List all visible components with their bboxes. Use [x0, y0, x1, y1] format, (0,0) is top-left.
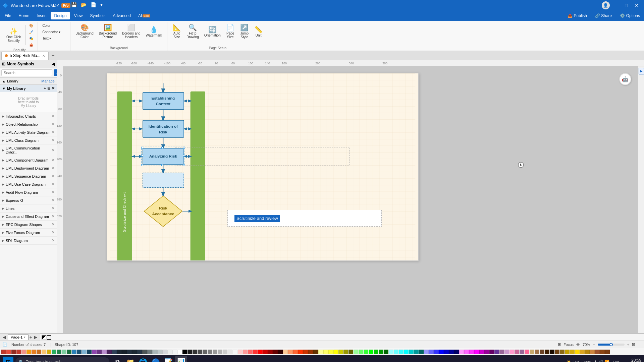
menu-insert[interactable]: Insert	[33, 12, 50, 19]
color-swatch[interactable]	[313, 350, 318, 354]
color-swatch[interactable]	[348, 350, 353, 354]
color-swatch[interactable]	[374, 350, 378, 354]
color-swatch[interactable]	[263, 350, 268, 354]
color-swatch[interactable]	[540, 350, 544, 354]
color-swatch[interactable]	[484, 350, 489, 354]
category-close-11[interactable]: ✕	[52, 206, 55, 210]
category-five-forces[interactable]: ▶ Five Forces Diagram ✕	[0, 229, 57, 237]
fit-icon[interactable]: ⊡	[632, 342, 635, 347]
options-button[interactable]: ⚙️ Options	[617, 12, 643, 19]
color-swatch[interactable]	[57, 350, 61, 354]
text-edit-popup[interactable]: Scrutinize and review	[227, 210, 382, 227]
page-tab-1[interactable]: Page-1 ▾	[8, 334, 29, 340]
color-swatch[interactable]	[298, 350, 303, 354]
color-swatch[interactable]	[414, 350, 419, 354]
category-audit-flow[interactable]: ▶ Audit Flow Diagram ✕	[0, 188, 57, 196]
color-swatch[interactable]	[97, 350, 102, 354]
category-close-7[interactable]: ✕	[52, 174, 55, 178]
category-uml-usecase[interactable]: ▶ UML Use Case Diagram ✕	[0, 180, 57, 188]
color-swatch[interactable]	[545, 350, 549, 354]
color-swatch[interactable]	[384, 350, 388, 354]
user-avatar[interactable]: 👤	[602, 1, 610, 9]
orientation-button[interactable]: 🔄 Orientation	[202, 25, 223, 39]
color-swatch[interactable]	[333, 350, 338, 354]
color-swatch[interactable]	[117, 350, 122, 354]
color-swatch[interactable]	[469, 350, 474, 354]
color-swatch[interactable]	[16, 350, 21, 354]
page-size-button[interactable]: 📄 PageSize	[224, 23, 237, 40]
category-infographic[interactable]: ▶ Infographic Charts ✕	[0, 112, 57, 120]
color-swatch[interactable]	[122, 350, 127, 354]
color-swatch[interactable]	[489, 350, 494, 354]
focus-label[interactable]: Focus	[564, 343, 574, 347]
color-swatch[interactable]	[530, 350, 534, 354]
color-swatch[interactable]	[77, 350, 82, 354]
color-swatch[interactable]	[82, 350, 87, 354]
color-swatch[interactable]	[555, 350, 559, 354]
color-swatch[interactable]	[238, 350, 243, 354]
add-page-button[interactable]: +	[29, 335, 32, 340]
taskbar-app-task-view[interactable]: ⧉	[111, 356, 123, 362]
category-close-13[interactable]: ✕	[52, 222, 55, 227]
menu-file[interactable]: File	[1, 12, 14, 19]
category-object-relationship[interactable]: ▶ Object Relationship ✕	[0, 120, 57, 128]
color-swatch[interactable]	[228, 350, 232, 354]
color-swatch[interactable]	[389, 350, 393, 354]
rotate-handle[interactable]: ↻	[518, 162, 524, 168]
color-swatch[interactable]	[409, 350, 414, 354]
color-swatch[interactable]	[273, 350, 278, 354]
taskbar-app-word[interactable]: 📝	[162, 356, 174, 362]
color-swatch[interactable]	[550, 350, 554, 354]
category-uml-comm[interactable]: ▶ UML Communication Diagr... ✕	[0, 144, 57, 156]
color-no-fill[interactable]	[42, 335, 46, 340]
category-close-10[interactable]: ✕	[52, 198, 55, 202]
beautify-style-btn4[interactable]: 🎪	[28, 42, 35, 48]
my-library-close-icon[interactable]: ✕	[52, 86, 55, 90]
color-swatch[interactable]	[323, 350, 328, 354]
category-close-6[interactable]: ✕	[52, 166, 55, 170]
color-swatch[interactable]	[6, 350, 11, 354]
color-swatch[interactable]	[454, 350, 459, 354]
color-swatch[interactable]	[464, 350, 469, 354]
color-swatch[interactable]	[394, 350, 398, 354]
zoom-in-icon[interactable]: +	[627, 343, 629, 347]
category-uml-sequence[interactable]: ▶ UML Sequence Diagram ✕	[0, 172, 57, 180]
category-close-0[interactable]: ✕	[52, 114, 55, 118]
menu-design[interactable]: Design	[51, 12, 70, 19]
color-swatch[interactable]	[213, 350, 217, 354]
eye-icon[interactable]: 👁	[576, 343, 580, 347]
color-swatch[interactable]	[424, 350, 429, 354]
connector-button[interactable]: Connector ▾	[41, 29, 67, 35]
color-swatch[interactable]	[72, 350, 76, 354]
category-uml-class[interactable]: ▶ UML Class Diagram ✕	[0, 136, 57, 144]
undo-button[interactable]: ↩	[54, 1, 60, 8]
color-swatch[interactable]	[303, 350, 308, 354]
color-swatch[interactable]	[359, 350, 363, 354]
color-swatch[interactable]	[575, 350, 580, 354]
color-swatch[interactable]	[182, 350, 187, 354]
layer-icon[interactable]: ⊞	[558, 342, 561, 347]
color-swatch[interactable]	[26, 350, 31, 354]
auto-size-button[interactable]: 📐 AutoSize	[170, 23, 183, 40]
maximize-button[interactable]: □	[623, 1, 631, 9]
color-swatch[interactable]	[32, 350, 36, 354]
taskbar-app-chrome[interactable]: 🔵	[150, 356, 162, 362]
category-uml-component[interactable]: ▶ UML Component Diagram ✕	[0, 156, 57, 164]
color-swatch[interactable]	[404, 350, 409, 354]
menu-view[interactable]: View	[71, 12, 86, 19]
search-input[interactable]	[1, 69, 52, 76]
share-button[interactable]: 🔗 Share	[592, 12, 614, 19]
color-swatch[interactable]	[112, 350, 117, 354]
more-quick-button[interactable]: ▾	[99, 1, 104, 8]
beautify-style-btn3[interactable]: 🎭	[28, 36, 35, 41]
color-swatch[interactable]	[590, 350, 595, 354]
new-quick-button[interactable]: 📄	[89, 1, 98, 8]
menu-advanced[interactable]: Advanced	[110, 12, 134, 19]
taskbar-search-bar[interactable]: 🔍 Type here to search	[15, 357, 109, 362]
zoom-slider[interactable]	[598, 344, 625, 346]
my-library-grid-icon[interactable]: ⊞	[47, 86, 50, 90]
color-swatch[interactable]	[137, 350, 142, 354]
color-swatch[interactable]	[429, 350, 434, 354]
color-swatch[interactable]	[157, 350, 162, 354]
bg-picture-button[interactable]: 🖼️ BackgroundPicture	[97, 23, 119, 40]
